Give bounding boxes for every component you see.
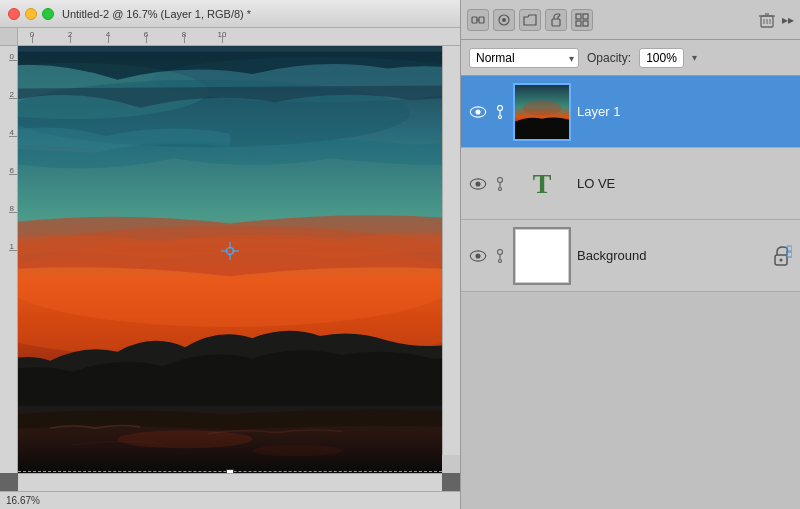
background-thumbnail xyxy=(513,227,571,285)
background-visibility-toggle[interactable] xyxy=(469,247,487,265)
canvas-svg xyxy=(18,46,442,473)
chain-icon xyxy=(495,105,505,119)
background-layer-name: Background xyxy=(577,248,768,263)
link-icon xyxy=(471,13,485,27)
svg-rect-20 xyxy=(576,14,581,19)
more-options-button[interactable]: ▸▸ xyxy=(782,13,794,27)
layers-panel: ▸▸ Normal Opacity: ▾ xyxy=(460,0,800,509)
layer-row-background[interactable]: Background xyxy=(461,220,800,292)
svg-point-18 xyxy=(502,18,506,22)
svg-point-44 xyxy=(498,249,503,254)
eye-icon xyxy=(469,250,487,262)
ruler-bottom xyxy=(18,473,442,491)
zoom-level: 16.67% xyxy=(6,495,40,506)
svg-point-36 xyxy=(523,100,562,115)
folder-icon xyxy=(523,13,537,27)
svg-point-43 xyxy=(475,253,480,258)
trash-icon xyxy=(759,12,775,28)
opacity-dropdown-button[interactable]: ▾ xyxy=(692,52,697,63)
svg-point-7 xyxy=(118,430,253,448)
svg-point-32 xyxy=(498,105,503,110)
layer1-link-icon xyxy=(493,105,507,119)
svg-rect-21 xyxy=(583,14,588,19)
love-layer-name: LO VE xyxy=(577,176,792,191)
layer1-thumbnail xyxy=(513,83,571,141)
lock-badge-icon xyxy=(774,245,792,267)
new-layer-button[interactable] xyxy=(571,9,593,31)
title-bar: Untitled-2 @ 16.7% (Layer 1, RGB/8) * xyxy=(0,0,460,28)
love-text-icon: T xyxy=(513,155,571,213)
ruler-left: 0 2 4 6 8 1 xyxy=(0,46,18,473)
close-button[interactable] xyxy=(8,8,20,20)
background-thumb-white xyxy=(515,229,569,283)
ruler-top: 0 2 4 6 8 10 xyxy=(18,28,460,46)
eye-icon xyxy=(469,178,487,190)
chain-icon xyxy=(495,177,505,191)
new-group-button[interactable] xyxy=(519,9,541,31)
svg-rect-15 xyxy=(479,17,484,23)
window-title: Untitled-2 @ 16.7% (Layer 1, RGB/8) * xyxy=(62,8,251,20)
layer-fx-button[interactable] xyxy=(493,9,515,31)
layers-list: Layer 1 T xyxy=(461,76,800,509)
blend-mode-select[interactable]: Normal xyxy=(469,48,579,68)
layer1-name: Layer 1 xyxy=(577,104,792,119)
canvas-image[interactable] xyxy=(18,46,442,473)
scroll-corner xyxy=(442,455,460,473)
svg-rect-23 xyxy=(583,21,588,26)
lock-layer-button[interactable] xyxy=(545,9,567,31)
svg-point-8 xyxy=(252,445,342,456)
layers-toolbar: ▸▸ xyxy=(461,0,800,40)
opacity-input[interactable] xyxy=(639,48,684,68)
status-bar: 16.67% xyxy=(0,491,460,509)
blend-mode-wrapper[interactable]: Normal xyxy=(469,48,579,68)
brush-icon xyxy=(497,13,511,27)
ruler-right xyxy=(442,46,460,473)
grid-icon xyxy=(575,13,589,27)
svg-point-38 xyxy=(475,181,480,186)
selection-handle[interactable] xyxy=(226,469,234,473)
svg-point-46 xyxy=(499,259,502,262)
background-link-spacer xyxy=(493,249,507,263)
layer-row-love[interactable]: T LO VE xyxy=(461,148,800,220)
love-visibility-toggle[interactable] xyxy=(469,175,487,193)
svg-point-39 xyxy=(498,177,503,182)
link-layers-button[interactable] xyxy=(467,9,489,31)
svg-point-48 xyxy=(780,258,783,261)
delete-layer-button[interactable] xyxy=(756,9,778,31)
canvas-panel: Untitled-2 @ 16.7% (Layer 1, RGB/8) * 0 … xyxy=(0,0,460,509)
ruler-corner xyxy=(0,28,18,46)
text-layer-t-icon: T xyxy=(533,168,552,200)
minimize-button[interactable] xyxy=(25,8,37,20)
svg-point-41 xyxy=(499,187,502,190)
opacity-label: Opacity: xyxy=(587,51,631,65)
svg-rect-22 xyxy=(576,21,581,26)
traffic-lights xyxy=(8,8,54,20)
maximize-button[interactable] xyxy=(42,8,54,20)
background-lock-badge xyxy=(774,247,792,265)
eye-icon xyxy=(469,106,487,118)
love-link-icon xyxy=(493,177,507,191)
svg-rect-19 xyxy=(552,19,560,26)
canvas-workspace[interactable]: 0 2 4 6 8 10 0 2 4 6 xyxy=(0,28,460,491)
chain-icon xyxy=(495,249,505,263)
blend-opacity-row: Normal Opacity: ▾ xyxy=(461,40,800,76)
svg-point-31 xyxy=(475,109,480,114)
layer-row-layer1[interactable]: Layer 1 xyxy=(461,76,800,148)
lock-icon xyxy=(549,13,563,27)
layer1-visibility-toggle[interactable] xyxy=(469,103,487,121)
svg-point-34 xyxy=(499,115,502,118)
